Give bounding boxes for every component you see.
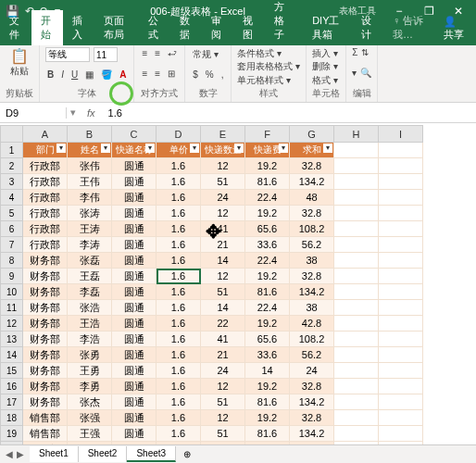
cell[interactable]: 12	[201, 379, 245, 394]
cell[interactable]: 1.6	[157, 174, 201, 190]
cell[interactable]: 张勇	[68, 347, 112, 363]
cell[interactable]: 19.2	[245, 379, 290, 394]
cell[interactable]: 张浩	[68, 300, 112, 316]
tab-页面布局[interactable]: 页面布局	[94, 10, 139, 45]
fill-color-button[interactable]: 🪣	[99, 69, 114, 81]
tab-插入[interactable]: 插入	[63, 10, 94, 45]
filter-header[interactable]: 单价▾	[157, 143, 201, 158]
cell[interactable]: 行政部	[23, 206, 68, 221]
cell[interactable]: 王伟	[68, 174, 112, 190]
cell[interactable]: 22.4	[245, 190, 290, 206]
font-size-select[interactable]	[94, 47, 118, 62]
find-icon[interactable]: 🔍	[360, 68, 371, 78]
cell[interactable]: 圆通	[112, 158, 157, 174]
cell[interactable]: 42.8	[290, 316, 334, 332]
tab-方格子[interactable]: 方格子	[265, 0, 303, 45]
border-button[interactable]: ▦	[83, 69, 95, 81]
format-button[interactable]: 格式	[312, 75, 331, 85]
cell[interactable]: 圆通	[112, 221, 157, 237]
cell[interactable]: 1.6	[157, 190, 201, 206]
cell[interactable]: 圆通	[112, 206, 157, 221]
sheet-nav-next-icon[interactable]: ▶	[17, 449, 24, 459]
cell[interactable]: 81.6	[245, 284, 290, 300]
filter-dropdown-icon[interactable]: ▾	[323, 144, 332, 153]
namebox-dropdown-icon[interactable]: ▾	[67, 106, 80, 119]
cell[interactable]: 22.4	[245, 300, 290, 316]
cell[interactable]: 圆通	[112, 300, 157, 316]
col-header-E[interactable]: E	[201, 126, 245, 143]
cell[interactable]: 14	[245, 363, 290, 379]
cell[interactable]: 65.6	[245, 221, 290, 237]
cell[interactable]: 圆通	[112, 237, 157, 253]
underline-button[interactable]: U	[69, 69, 80, 81]
cell[interactable]: 14	[201, 300, 245, 316]
cell[interactable]: 财务部	[23, 284, 68, 300]
cell[interactable]: 圆通	[112, 284, 157, 300]
cell[interactable]: 李涛	[68, 237, 112, 253]
cell[interactable]: 32.8	[290, 206, 334, 221]
filter-header[interactable]: 姓名▾	[68, 143, 112, 158]
cell[interactable]: 56.2	[290, 237, 334, 253]
cell[interactable]: 1.6	[157, 363, 201, 379]
cell[interactable]: 行政部	[23, 158, 68, 174]
cell[interactable]: 财务部	[23, 394, 68, 410]
redo-icon[interactable]: ↷	[40, 5, 49, 18]
bold-button[interactable]: B	[45, 69, 56, 81]
cell[interactable]: 圆通	[112, 363, 157, 379]
cell[interactable]: 圆通	[112, 347, 157, 363]
sheet-tab-Sheet2[interactable]: Sheet2	[79, 446, 128, 462]
cell[interactable]: 王强	[68, 426, 112, 442]
cell[interactable]: 财务部	[23, 300, 68, 316]
cell[interactable]: 圆通	[112, 174, 157, 190]
cell[interactable]: 51	[201, 394, 245, 410]
cell[interactable]: 32.8	[290, 269, 334, 284]
cell[interactable]: 108.2	[290, 332, 334, 347]
cell[interactable]: 李伟	[68, 190, 112, 206]
percent-icon[interactable]: %	[204, 69, 216, 81]
sheet-tab-Sheet3[interactable]: Sheet3	[127, 446, 176, 462]
cell[interactable]: 19.2	[245, 410, 290, 426]
tab-公式[interactable]: 公式	[139, 10, 170, 45]
cell[interactable]: 41	[201, 332, 245, 347]
cell[interactable]: 38	[290, 300, 334, 316]
cell[interactable]: 张强	[68, 410, 112, 426]
paste-label[interactable]: 粘贴	[10, 65, 29, 78]
formula-input[interactable]: 1.6	[103, 107, 128, 119]
cell[interactable]: 1.6	[157, 237, 201, 253]
cell[interactable]: 12	[201, 206, 245, 221]
currency-icon[interactable]: $	[191, 69, 200, 81]
cell[interactable]: 张涛	[68, 206, 112, 221]
cell[interactable]: 1.6	[157, 379, 201, 394]
cell[interactable]: 56.2	[290, 347, 334, 363]
filter-header[interactable]: 快递数量▾	[201, 143, 245, 158]
row-header[interactable]: 4	[1, 190, 23, 206]
cell[interactable]: 1.6	[157, 284, 201, 300]
tab-数据[interactable]: 数据	[170, 10, 202, 45]
cell[interactable]: 行政部	[23, 221, 68, 237]
align-left-icon[interactable]: ≡	[140, 68, 149, 80]
cell[interactable]: 32.8	[290, 158, 334, 174]
filter-header[interactable]: 求和▾	[290, 143, 334, 158]
sum-icon[interactable]: Σ	[352, 47, 357, 57]
cell[interactable]: 李磊	[68, 284, 112, 300]
cell[interactable]: 财务部	[23, 347, 68, 363]
insert-button[interactable]: 插入	[312, 48, 331, 58]
cell[interactable]: 1.6	[157, 158, 201, 174]
cell[interactable]: 12	[201, 158, 245, 174]
col-header-G[interactable]: G	[290, 126, 334, 143]
cell[interactable]: 81.6	[245, 426, 290, 442]
cond-fmt-button[interactable]: 条件格式	[237, 48, 274, 58]
filter-dropdown-icon[interactable]: ▾	[234, 144, 244, 153]
cell[interactable]: 108.2	[290, 221, 334, 237]
cell[interactable]: 12	[201, 269, 245, 284]
cell[interactable]: 32.8	[290, 410, 334, 426]
cell[interactable]: 圆通	[112, 253, 157, 269]
cell[interactable]: 51	[201, 174, 245, 190]
cell[interactable]: 张磊	[68, 253, 112, 269]
row-header[interactable]: 14	[1, 347, 23, 363]
row-header[interactable]: 18	[1, 410, 23, 426]
sort-icon[interactable]: ⇅	[361, 47, 369, 57]
cell[interactable]: 1.6	[157, 253, 201, 269]
filter-header[interactable]: 部门▾	[23, 143, 68, 158]
cell[interactable]: 财务部	[23, 269, 68, 284]
